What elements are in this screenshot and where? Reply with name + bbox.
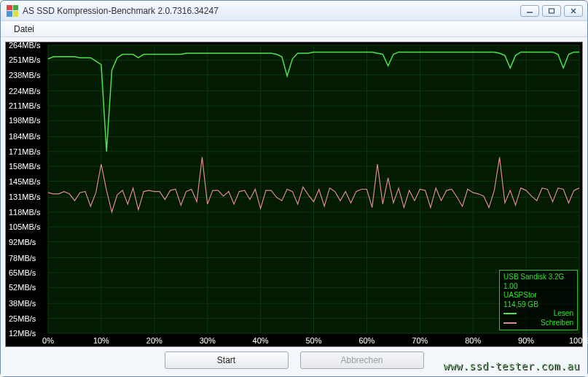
client-area: USB Sandisk 3.2G 1.00 UASPStor 114,59 GB… (1, 37, 587, 376)
x-tick-label: 40% (253, 336, 269, 345)
x-tick-label: 70% (412, 336, 428, 345)
y-tick-label: 264MB/s (9, 41, 40, 50)
y-tick-label: 92MB/s (9, 238, 36, 246)
y-tick-label: 251MB/s (9, 55, 40, 64)
app-window: AS SSD Kompression-Benchmark 2.0.7316.34… (0, 0, 588, 377)
y-tick-label: 171MB/s (9, 147, 40, 156)
drive-capacity: 114,59 GB (503, 300, 573, 310)
x-tick-label: 30% (200, 336, 216, 345)
maximize-button[interactable] (542, 5, 561, 17)
x-tick-label: 20% (146, 336, 162, 345)
y-tick-label: 198MB/s (9, 116, 40, 125)
svg-rect-1 (549, 9, 554, 13)
x-tick-label: 90% (518, 336, 534, 345)
drive-firmware: 1.00 (503, 282, 573, 292)
minimize-button[interactable] (520, 5, 539, 17)
y-tick-label: 25MB/s (9, 314, 36, 323)
x-tick-label: 0% (42, 336, 54, 345)
cancel-button[interactable]: Abbrechen (300, 351, 424, 369)
y-tick-label: 65MB/s (9, 268, 36, 277)
y-tick-label: 78MB/s (9, 254, 36, 263)
legend-write: Schreiben (503, 319, 573, 328)
write-swatch-icon (503, 322, 517, 324)
x-tick-label: 50% (305, 336, 321, 345)
y-tick-label: 118MB/s (9, 208, 40, 217)
y-tick-label: 52MB/s (9, 283, 36, 292)
y-tick-label: 158MB/s (9, 162, 40, 171)
y-tick-label: 145MB/s (9, 177, 40, 186)
y-tick-label: 131MB/s (9, 193, 40, 201)
legend-box: USB Sandisk 3.2G 1.00 UASPStor 114,59 GB… (499, 270, 578, 330)
start-button[interactable]: Start (165, 351, 289, 369)
x-tick-label: 100% (569, 336, 588, 345)
window-title: AS SSD Kompression-Benchmark 2.0.7316.34… (23, 6, 520, 16)
compression-chart: USB Sandisk 3.2G 1.00 UASPStor 114,59 GB… (5, 42, 583, 347)
drive-model: USB Sandisk 3.2G (503, 273, 573, 282)
y-tick-label: 238MB/s (9, 71, 40, 79)
menu-file[interactable]: Datei (8, 23, 40, 36)
drive-controller: UASPStor (503, 291, 573, 300)
y-tick-label: 38MB/s (9, 299, 36, 308)
watermark: www.ssd-tester.com.au (443, 360, 580, 372)
y-tick-label: 12MB/s (9, 329, 36, 338)
y-tick-label: 184MB/s (9, 132, 40, 141)
app-icon (7, 5, 18, 17)
y-tick-label: 105MB/s (9, 222, 40, 231)
x-tick-label: 80% (465, 336, 481, 345)
y-tick-label: 211MB/s (9, 101, 40, 110)
read-swatch-icon (503, 313, 517, 314)
window-controls (520, 5, 583, 17)
legend-read: Lesen (503, 309, 573, 319)
close-button[interactable] (564, 5, 583, 17)
x-tick-label: 10% (93, 336, 109, 345)
x-tick-label: 60% (358, 336, 375, 345)
title-bar[interactable]: AS SSD Kompression-Benchmark 2.0.7316.34… (1, 1, 587, 21)
y-tick-label: 224MB/s (9, 87, 40, 96)
menu-bar: Datei (1, 21, 587, 37)
